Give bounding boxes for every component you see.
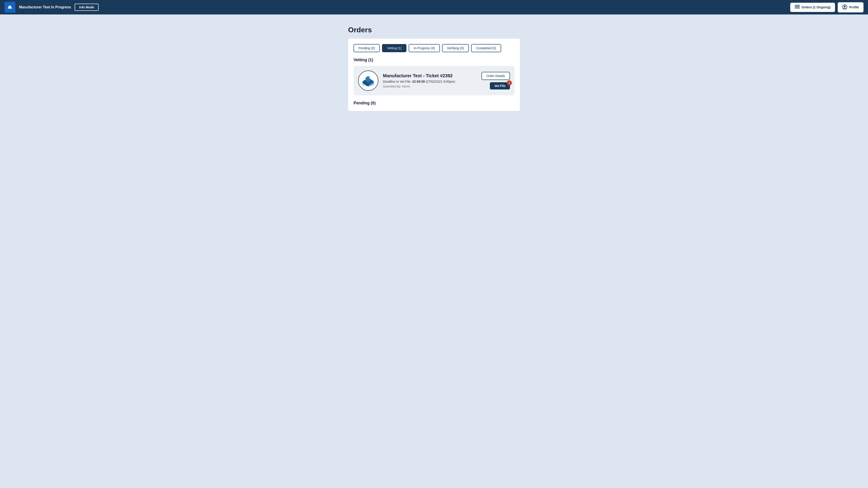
info-mode-button[interactable]: Info Mode	[74, 4, 98, 11]
order-name: Manufacturer Test - Ticket #2392	[383, 73, 477, 78]
logo-icon	[6, 4, 13, 11]
logo	[4, 2, 16, 13]
tab-pending[interactable]: Pending (0)	[353, 44, 380, 52]
order-details-button[interactable]: Order Details	[482, 72, 510, 80]
tab-in-progress[interactable]: In-Progress (0)	[409, 44, 440, 52]
orders-button-label: Orders (1 Ongoing)	[802, 5, 831, 9]
tab-verifying[interactable]: Verifying (0)	[442, 44, 469, 52]
page-title: Orders	[348, 26, 520, 34]
tab-vetting[interactable]: Vetting (1)	[382, 44, 406, 52]
main-content: Orders Pending (0) Vetting (1) In-Progre…	[0, 14, 868, 122]
order-thumbnail	[360, 73, 376, 89]
svg-rect-1	[795, 6, 800, 7]
vet-file-badge: 1	[507, 80, 512, 86]
order-deadline: Deadline to Vet File: 23:59:59 (27/02/20…	[383, 80, 477, 84]
svg-rect-0	[795, 5, 800, 6]
order-info: Manufacturer Test - Ticket #2392 Deadlin…	[383, 73, 477, 88]
order-image-container	[358, 70, 378, 91]
order-actions: Order Details Vet File 1	[482, 72, 510, 90]
order-submitted: Submitted By: Admin	[383, 85, 477, 88]
svg-point-4	[844, 6, 846, 7]
pending-section-title: Pending (0)	[353, 101, 515, 105]
order-card: Manufacturer Test - Ticket #2392 Deadlin…	[353, 66, 515, 95]
profile-label: Profile	[849, 5, 859, 9]
orders-icon	[795, 5, 800, 10]
orders-panel: Pending (0) Vetting (1) In-Progress (0) …	[348, 39, 520, 111]
vetting-section-title: Vetting (1)	[353, 58, 515, 62]
svg-rect-2	[795, 8, 800, 8]
header-title: Manufacturer Test In Progress	[19, 5, 71, 9]
content-wrapper: Orders Pending (0) Vetting (1) In-Progre…	[348, 26, 520, 111]
app-header: Manufacturer Test In Progress Info Mode …	[0, 0, 868, 14]
header-right: Orders (1 Ongoing) Profile	[790, 2, 864, 12]
tab-completed[interactable]: Completed (0)	[471, 44, 501, 52]
header-left: Manufacturer Test In Progress Info Mode	[4, 2, 98, 13]
profile-button[interactable]: Profile	[838, 2, 864, 12]
profile-icon	[842, 4, 847, 10]
orders-button[interactable]: Orders (1 Ongoing)	[790, 3, 835, 12]
tab-bar: Pending (0) Vetting (1) In-Progress (0) …	[353, 44, 515, 52]
vet-file-container: Vet File 1	[490, 82, 510, 90]
